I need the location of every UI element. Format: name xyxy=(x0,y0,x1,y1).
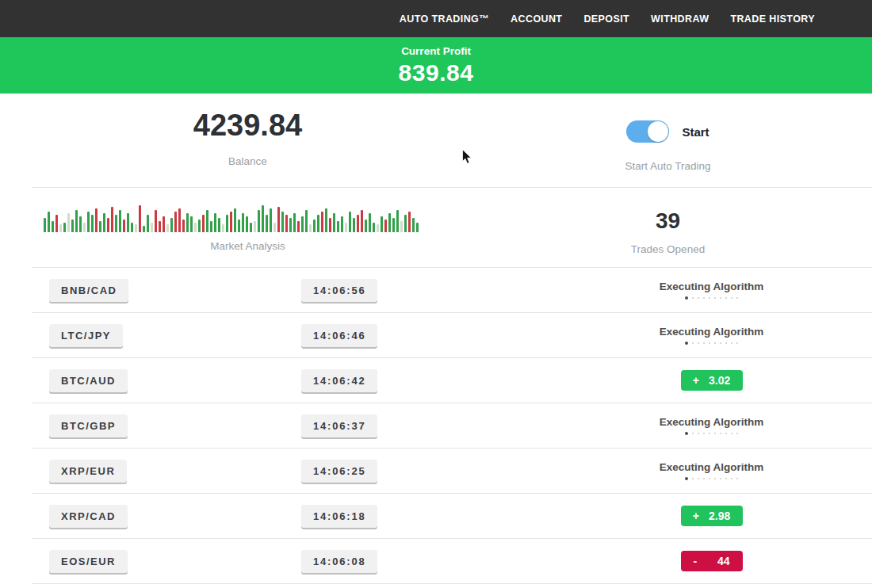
result-sign: + xyxy=(693,374,699,387)
time-chip[interactable]: 14:06:56 xyxy=(301,279,377,302)
chart-bar xyxy=(119,210,121,232)
chart-bar xyxy=(384,220,387,232)
time-chip[interactable]: 14:06:08 xyxy=(301,550,377,573)
market-analysis-label: Market Analysis xyxy=(32,240,464,252)
time-chip[interactable]: 14:06:25 xyxy=(301,460,377,483)
nav-item-withdraw[interactable]: WITHDRAW xyxy=(651,13,709,25)
progress-dot xyxy=(736,342,738,344)
chart-bar xyxy=(143,226,145,232)
executing-status-label: Executing Algorithm xyxy=(660,461,764,473)
pair-chip[interactable]: LTC/JPY xyxy=(49,324,123,347)
chart-bar xyxy=(218,218,220,232)
trades-opened-label: Trades Opened xyxy=(464,243,872,255)
pair-chip[interactable]: XRP/EUR xyxy=(49,460,127,483)
profit-banner-value: 839.84 xyxy=(399,59,474,86)
chart-bar xyxy=(365,220,367,232)
time-chip[interactable]: 14:06:46 xyxy=(301,324,377,347)
chart-bar xyxy=(139,205,141,232)
progress-dot xyxy=(698,478,699,479)
chart-bar xyxy=(266,215,268,232)
chart-bar xyxy=(55,215,58,232)
time-chip[interactable]: 14:06:37 xyxy=(301,414,377,437)
progress-dot xyxy=(698,342,699,344)
result-sign: + xyxy=(693,510,699,522)
chart-bar xyxy=(353,218,355,232)
progress-dot xyxy=(731,297,732,299)
progress-dot xyxy=(736,433,738,434)
chart-bar xyxy=(400,221,403,232)
progress-dot xyxy=(720,478,721,479)
chart-bar xyxy=(377,224,379,232)
progress-dot xyxy=(714,478,716,479)
trade-status-cell: Executing Algorithm xyxy=(634,461,789,480)
auto-trading-toggle[interactable] xyxy=(626,120,669,143)
chart-bar xyxy=(301,216,304,232)
profit-banner: Current Profit 839.84 xyxy=(0,37,872,94)
pair-chip[interactable]: XRP/CAD xyxy=(49,505,128,528)
progress-dot xyxy=(685,477,688,480)
progress-dot xyxy=(692,342,694,344)
progress-dot xyxy=(703,342,705,344)
progress-dot xyxy=(709,342,710,344)
stats-section: 4239.84 Balance Start Start Auto Trading xyxy=(0,94,872,187)
trade-row: BTC/GBP 14:06:37 Executing Algorithm xyxy=(32,403,872,449)
chart-bar xyxy=(325,208,327,232)
nav-item-auto-trading[interactable]: AUTO TRADING™ xyxy=(400,13,489,25)
chart-bar xyxy=(297,221,300,232)
trade-status-cell: + 3.02 xyxy=(634,370,789,391)
chart-bar xyxy=(135,224,137,232)
trade-status-cell: Executing Algorithm xyxy=(634,326,789,345)
chart-bar xyxy=(270,208,272,232)
result-amount: 3.02 xyxy=(709,374,730,387)
progress-dot xyxy=(703,433,705,434)
chart-bar xyxy=(277,207,280,232)
chart-bar xyxy=(381,216,383,232)
progress-dot xyxy=(692,433,694,434)
chart-bar xyxy=(79,216,82,232)
trade-row: BNB/CAD 14:06:56 Executing Algorithm xyxy=(32,268,872,313)
chart-bar xyxy=(404,215,407,232)
progress-dot xyxy=(703,478,705,479)
chart-bar xyxy=(63,223,66,232)
chart-bar xyxy=(159,221,161,232)
pair-chip[interactable]: EOS/EUR xyxy=(49,550,128,573)
chart-bar xyxy=(147,215,149,232)
chart-bar xyxy=(345,223,347,232)
time-chip[interactable]: 14:06:18 xyxy=(301,505,377,528)
progress-dot xyxy=(736,478,738,479)
trades-list: BNB/CAD 14:06:56 Executing Algorithm LTC… xyxy=(0,268,872,584)
nav-item-deposit[interactable]: DEPOSIT xyxy=(583,13,629,25)
chart-bar xyxy=(127,213,129,232)
balance-label: Balance xyxy=(32,155,464,167)
chart-bar xyxy=(246,216,248,232)
chart-bar xyxy=(329,218,331,232)
chart-bar xyxy=(52,221,54,232)
chart-bar xyxy=(182,220,185,232)
time-chip[interactable]: 14:06:42 xyxy=(301,369,377,392)
toggle-knob-icon xyxy=(648,121,668,142)
progress-dot xyxy=(709,433,710,434)
market-section: Market Analysis 39 Trades Opened xyxy=(0,188,872,267)
progress-dot xyxy=(731,342,732,344)
pair-chip[interactable]: BTC/GBP xyxy=(49,414,128,437)
executing-status-label: Executing Algorithm xyxy=(660,416,764,428)
chart-bar xyxy=(250,223,252,232)
chart-bar xyxy=(333,213,335,232)
chart-bar xyxy=(178,208,181,232)
pair-chip[interactable]: BNB/CAD xyxy=(49,279,128,302)
trade-status-cell: - 44 xyxy=(634,551,789,571)
nav-item-account[interactable]: ACCOUNT xyxy=(511,13,562,25)
progress-dot xyxy=(714,433,716,434)
progress-dots xyxy=(685,477,738,480)
chart-bar xyxy=(59,224,62,232)
top-nav: AUTO TRADING™ACCOUNTDEPOSITWITHDRAWTRADE… xyxy=(0,0,872,37)
auto-trading-label: Start Auto Trading xyxy=(464,160,872,172)
chart-bar xyxy=(44,218,46,232)
progress-dots xyxy=(685,342,738,345)
nav-item-trade-history[interactable]: TRADE HISTORY xyxy=(730,13,815,25)
progress-dot xyxy=(709,478,710,479)
chart-bar xyxy=(416,223,419,232)
chart-bar xyxy=(408,212,411,232)
chart-bar xyxy=(242,213,244,232)
pair-chip[interactable]: BTC/AUD xyxy=(49,369,128,392)
